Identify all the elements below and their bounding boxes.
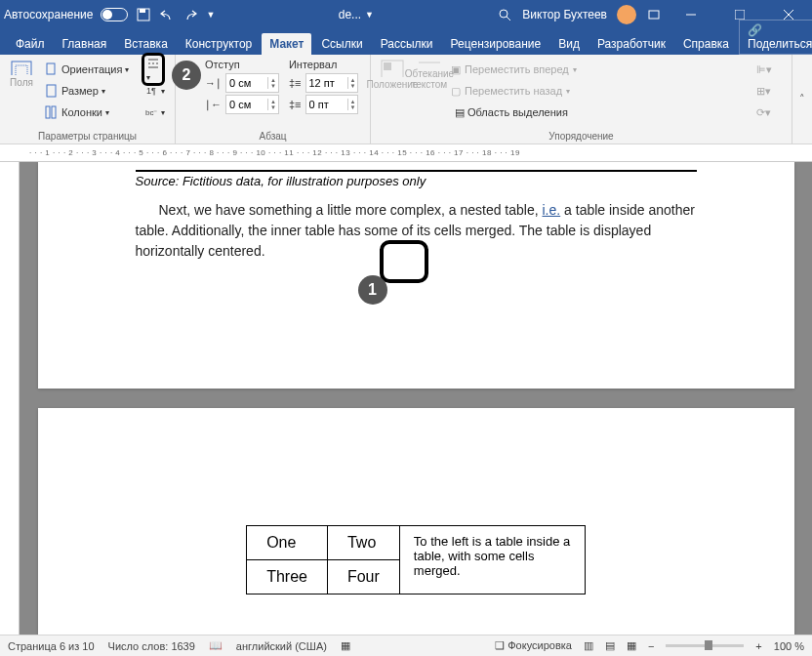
line-numbers-button[interactable]: 1¶▾	[142, 80, 169, 102]
size-icon	[45, 84, 59, 98]
inner-cell-three[interactable]: Three	[247, 560, 327, 594]
margins-button[interactable]: Поля	[6, 59, 37, 90]
spacing-after-input[interactable]: ▲▼	[305, 95, 359, 114]
svg-rect-10	[16, 65, 27, 75]
bring-forward-button: ▣ Переместить вперед ▾	[451, 59, 751, 80]
read-mode-icon[interactable]: ▥	[584, 639, 593, 652]
nested-table-real[interactable]: OneTwo ThreeFour To the left is a table …	[246, 525, 586, 594]
tab-design[interactable]: Конструктор	[178, 33, 260, 55]
spacing-after-icon: ‡≡	[289, 99, 302, 110]
tab-mailings[interactable]: Рассылки	[373, 33, 441, 55]
user-name: Виктор Бухтеев	[522, 8, 607, 21]
indent-label: Отступ	[205, 59, 279, 70]
ribbon-display-icon[interactable]	[646, 7, 662, 22]
title-dropdown-icon[interactable]: ▼	[365, 10, 374, 20]
svg-rect-14	[52, 106, 56, 118]
page-1[interactable]: Source: Fictitious data, for illustratio…	[38, 162, 794, 389]
zoom-out-button[interactable]: −	[648, 640, 654, 652]
tab-developer[interactable]: Разработчик	[589, 33, 673, 55]
tab-home[interactable]: Главная	[55, 33, 115, 55]
avatar[interactable]	[617, 5, 636, 24]
horizontal-ruler[interactable]: · · · 1 · · · 2 · · · 3 · · · 4 · · · 5 …	[0, 144, 812, 162]
zoom-level[interactable]: 100 %	[774, 640, 804, 652]
indent-left-input[interactable]: ▲▼	[225, 73, 279, 93]
page-indicator[interactable]: Страница 6 из 10	[8, 640, 95, 652]
svg-rect-1	[140, 9, 145, 13]
ie-link[interactable]: i.e.	[542, 202, 560, 218]
send-backward-button: ▢ Переместить назад ▾	[451, 80, 751, 102]
tab-help[interactable]: Справка	[675, 33, 737, 55]
spacing-before-icon: ‡≡	[289, 77, 302, 89]
inner-cell-one[interactable]: One	[247, 526, 327, 560]
web-layout-icon[interactable]: ▦	[627, 639, 636, 652]
group-button: ⊞▾	[756, 80, 786, 102]
document-scroll[interactable]: Source: Fictitious data, for illustratio…	[20, 162, 812, 635]
breaks-button[interactable]: ▾	[142, 53, 165, 86]
svg-rect-11	[47, 63, 55, 74]
send-backward-icon: ▢	[451, 85, 461, 98]
macro-icon[interactable]: ▦	[341, 639, 350, 652]
tab-references[interactable]: Ссылки	[313, 33, 370, 55]
selection-pane-icon: ▤	[455, 106, 465, 119]
tab-layout[interactable]: Макет	[262, 33, 311, 55]
indent-right-input[interactable]: ▲▼	[225, 95, 279, 114]
arrange-group-label: Упорядочение	[371, 131, 792, 142]
word-count[interactable]: Число слов: 1639	[108, 640, 195, 652]
highlight-cursor-box	[380, 240, 428, 283]
language-indicator[interactable]: английский (США)	[236, 640, 327, 652]
svg-rect-13	[46, 106, 50, 118]
ribbon: Поля Ориентация▾ Размер▾ Колонки▾ ▾ 1¶▾	[0, 55, 812, 144]
hyphenation-button[interactable]: bc⁻▾	[142, 102, 169, 123]
document-title: de...	[339, 8, 361, 21]
focus-mode-button[interactable]: ❑ Фокусировка	[495, 639, 572, 652]
undo-icon[interactable]	[159, 7, 175, 22]
print-layout-icon[interactable]: ▤	[605, 639, 615, 652]
indent-left-icon: →∣	[205, 77, 222, 90]
columns-button[interactable]: Колонки▾	[41, 102, 138, 123]
position-button: Положение	[377, 59, 408, 90]
svg-point-2	[500, 10, 508, 18]
svg-text:bc⁻: bc⁻	[145, 108, 157, 117]
inner-cell-two[interactable]: Two	[327, 526, 398, 560]
spellcheck-icon[interactable]: 📖	[209, 639, 223, 652]
selection-pane-button[interactable]: ▤ Область выделения	[451, 102, 751, 123]
save-icon[interactable]	[136, 7, 151, 22]
indent-right-icon: ∣←	[205, 99, 222, 111]
ribbon-tabs: Файл Главная Вставка Конструктор Макет С…	[0, 29, 812, 55]
redo-icon[interactable]	[183, 7, 198, 22]
page-setup-group-label: Параметры страницы	[0, 131, 175, 142]
vertical-ruler[interactable]	[0, 162, 20, 635]
source-line: Source: Fictitious data, for illustratio…	[136, 170, 697, 188]
spacing-label: Интервал	[289, 59, 359, 70]
autosave-toggle[interactable]	[101, 8, 128, 21]
orientation-button[interactable]: Ориентация▾	[41, 59, 138, 80]
svg-text:1¶: 1¶	[146, 86, 156, 96]
share-button[interactable]: 🔗 Поделиться	[739, 20, 812, 55]
document-area: Source: Fictitious data, for illustratio…	[0, 162, 812, 635]
align-button: ⊫▾	[756, 59, 786, 80]
page-2[interactable]: OneTwo Four To the left is a table insid…	[38, 408, 794, 635]
svg-rect-6	[735, 10, 745, 20]
zoom-slider[interactable]	[666, 644, 744, 647]
paragraph-group-label: Абзац	[176, 131, 370, 142]
outer-cell-description[interactable]: To the left is a table inside a table, w…	[399, 526, 585, 594]
svg-rect-4	[649, 11, 659, 19]
tab-view[interactable]: Вид	[550, 33, 588, 55]
search-icon[interactable]	[497, 7, 512, 22]
size-button[interactable]: Размер▾	[41, 80, 138, 102]
wrap-text-button: Обтекание текстом	[414, 59, 445, 90]
spacing-before-input[interactable]: ▲▼	[305, 73, 359, 93]
share-icon: 🔗	[748, 23, 762, 37]
tab-file[interactable]: Файл	[8, 33, 53, 55]
inner-cell-four[interactable]: Four	[327, 560, 398, 594]
zoom-in-button[interactable]: +	[755, 640, 761, 652]
breaks-icon	[146, 57, 160, 70]
rotate-button: ⟳▾	[756, 102, 786, 123]
qat-dropdown-icon[interactable]: ▼	[206, 10, 215, 20]
minimize-button[interactable]	[671, 0, 710, 29]
tab-review[interactable]: Рецензирование	[443, 33, 549, 55]
collapse-ribbon-icon[interactable]: ˄	[792, 55, 812, 144]
tab-insert[interactable]: Вставка	[116, 33, 176, 55]
orientation-icon	[45, 62, 59, 76]
callout-2: 2	[172, 61, 201, 90]
